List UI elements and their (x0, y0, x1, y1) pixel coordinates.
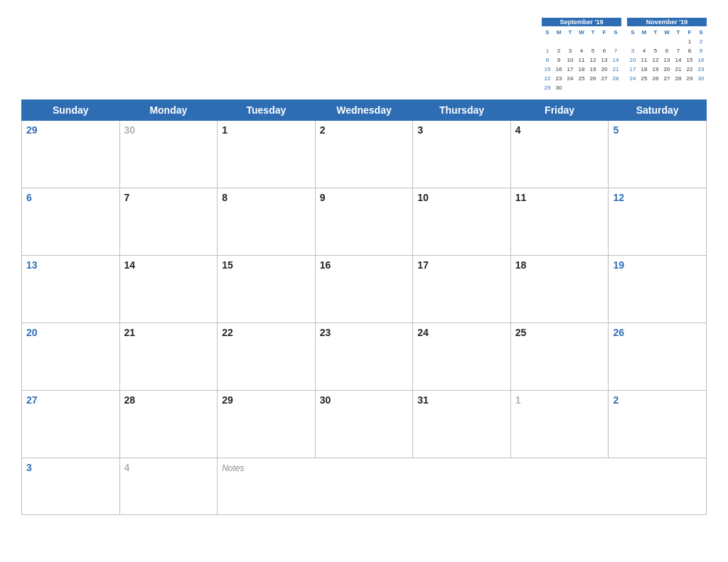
calendar-cell: 18 (510, 256, 609, 323)
day-number: 4 (124, 462, 130, 473)
day-number: 5 (613, 124, 619, 136)
col-header-sunday: Sunday (22, 100, 120, 121)
calendar-cell: 23 (315, 323, 413, 391)
calendar-cell: 10 (413, 188, 511, 256)
calendar-cell: 5 (609, 121, 707, 188)
day-number: 7 (124, 192, 130, 203)
calendar-cell: 7 (119, 188, 218, 256)
day-number: 23 (320, 327, 331, 338)
header-row: SundayMondayTuesdayWednesdayThursdayFrid… (22, 100, 707, 121)
calendar-cell: 26 (609, 323, 707, 391)
day-number: 14 (124, 259, 136, 271)
day-number: 17 (417, 259, 429, 271)
calendar-cell: 4 (510, 121, 609, 188)
week-row: 293012345 (22, 121, 707, 188)
day-number: 21 (124, 327, 136, 338)
calendar-cell: 20 (22, 323, 120, 391)
calendar-cell: 25 (510, 323, 609, 391)
calendar-cell: 17 (413, 256, 511, 323)
calendar-cell: 15 (218, 256, 316, 323)
calendar-cell: 1 (218, 121, 316, 188)
day-number: 2 (613, 394, 619, 406)
day-number: 13 (26, 259, 38, 271)
col-header-friday: Friday (510, 100, 609, 121)
mini-calendar: September '19SMTWTFS12345678910111213141… (542, 18, 621, 92)
day-number: 15 (222, 259, 233, 271)
calendar-cell: 29 (22, 121, 120, 188)
day-number: 4 (515, 124, 521, 136)
mini-calendar: November '19SMTWTFS123456789101112131415… (627, 18, 707, 92)
col-header-monday: Monday (119, 100, 218, 121)
calendar-cell: 11 (510, 188, 609, 256)
calendar-cell: 12 (609, 188, 707, 256)
calendar-cell: 9 (315, 188, 413, 256)
col-header-saturday: Saturday (609, 100, 707, 121)
calendar-cell: 29 (218, 391, 316, 458)
calendar-cell: 2 (609, 391, 707, 458)
calendar-cell: 3 (413, 121, 511, 188)
day-number: 18 (515, 259, 527, 271)
week-row: 13141516171819 (22, 256, 707, 323)
calendar-cell: 21 (119, 323, 218, 391)
col-header-tuesday: Tuesday (218, 100, 316, 121)
calendar-cell: 1 (510, 391, 609, 458)
day-number: 30 (320, 394, 331, 406)
calendar-cell: 22 (218, 323, 316, 391)
day-number: 19 (613, 259, 624, 271)
calendar-cell: 13 (22, 256, 120, 323)
day-number: 29 (26, 124, 38, 136)
calendar-cell: 14 (119, 256, 218, 323)
day-number: 22 (222, 327, 233, 338)
mini-calendars: September '19SMTWTFS12345678910111213141… (542, 18, 707, 92)
header-section: September '19SMTWTFS12345678910111213141… (21, 14, 707, 92)
calendar-cell: 27 (22, 391, 120, 458)
notes-label: Notes (222, 463, 244, 473)
week-row: 6789101112 (22, 188, 707, 256)
calendar-cell: 3 (22, 458, 120, 515)
calendar-body: 2930123456789101112131415161718192021222… (22, 121, 707, 515)
calendar-cell: 2 (315, 121, 413, 188)
calendar-cell: 19 (609, 256, 707, 323)
day-number: 27 (26, 394, 38, 406)
col-header-wednesday: Wednesday (315, 100, 413, 121)
day-number: 8 (222, 192, 228, 203)
day-number: 2 (320, 124, 326, 136)
day-number: 3 (417, 124, 423, 136)
day-number: 30 (124, 124, 136, 136)
calendar-cell: 24 (413, 323, 511, 391)
day-number: 16 (320, 259, 331, 271)
day-number: 6 (26, 192, 32, 203)
day-number: 11 (515, 192, 527, 203)
calendar-cell: 31 (413, 391, 511, 458)
day-number: 12 (613, 192, 624, 203)
calendar-cell: 28 (119, 391, 218, 458)
calendar-cell: 16 (315, 256, 413, 323)
day-number: 20 (26, 327, 38, 338)
calendar-table: SundayMondayTuesdayWednesdayThursdayFrid… (21, 99, 707, 515)
week-row: 272829303112 (22, 391, 707, 458)
day-number: 3 (26, 462, 32, 473)
day-number: 1 (222, 124, 228, 136)
day-number: 29 (222, 394, 233, 406)
calendar-cell: 6 (22, 188, 120, 256)
day-number: 24 (417, 327, 429, 338)
day-number: 9 (320, 192, 326, 203)
day-number: 31 (417, 394, 429, 406)
notes-row: 34Notes (22, 458, 707, 515)
calendar-cell: 30 (119, 121, 218, 188)
calendar-cell: 8 (218, 188, 316, 256)
calendar-cell: 4 (119, 458, 218, 515)
day-number: 25 (515, 327, 527, 338)
day-number: 26 (613, 327, 624, 338)
day-number: 28 (124, 394, 136, 406)
day-number: 10 (417, 192, 429, 203)
calendar-cell: 30 (315, 391, 413, 458)
day-number: 1 (515, 394, 521, 406)
notes-cell: Notes (218, 458, 707, 515)
week-row: 20212223242526 (22, 323, 707, 391)
col-header-thursday: Thursday (413, 100, 511, 121)
calendar-header: SundayMondayTuesdayWednesdayThursdayFrid… (22, 100, 707, 121)
